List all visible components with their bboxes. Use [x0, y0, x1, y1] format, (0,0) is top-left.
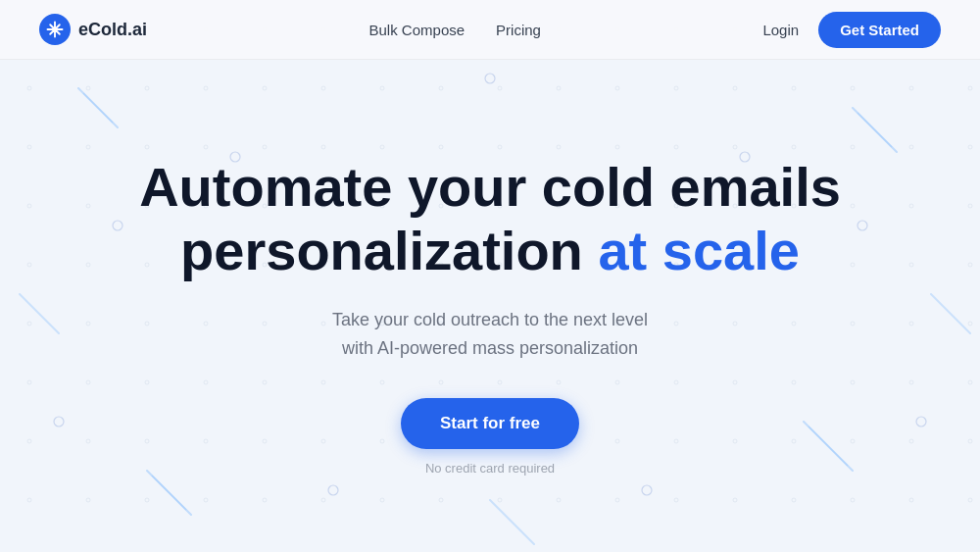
hero-subtitle-line2: with AI-powered mass personalization — [342, 338, 638, 358]
hero-subtitle-line1: Take your cold outreach to the next leve… — [332, 310, 648, 329]
nav-link-pricing[interactable]: Pricing — [496, 22, 541, 38]
svg-point-24 — [53, 27, 58, 32]
hero-title-line2-normal: personalization — [180, 220, 598, 281]
nav-actions: Login Get Started — [762, 12, 941, 48]
nav-links: Bulk Compose Pricing — [369, 22, 541, 38]
nav-link-bulk-compose[interactable]: Bulk Compose — [369, 22, 466, 38]
logo-text: eCold.ai — [78, 20, 147, 40]
get-started-button[interactable]: Get Started — [818, 12, 941, 48]
logo-icon — [39, 14, 71, 45]
hero-title-line1: Automate your cold emails — [139, 156, 841, 218]
navbar: eCold.ai Bulk Compose Pricing Login Get … — [0, 0, 980, 60]
logo[interactable]: eCold.ai — [39, 14, 147, 45]
hero-title: Automate your cold emails personalizatio… — [139, 156, 841, 282]
hero-title-highlight: at scale — [598, 220, 800, 281]
login-link[interactable]: Login — [762, 22, 799, 38]
hero-subtitle: Take your cold outreach to the next leve… — [332, 306, 648, 363]
no-credit-card-text: No credit card required — [425, 461, 555, 476]
start-free-button[interactable]: Start for free — [401, 398, 579, 449]
hero-section: Automate your cold emails personalizatio… — [0, 60, 980, 552]
